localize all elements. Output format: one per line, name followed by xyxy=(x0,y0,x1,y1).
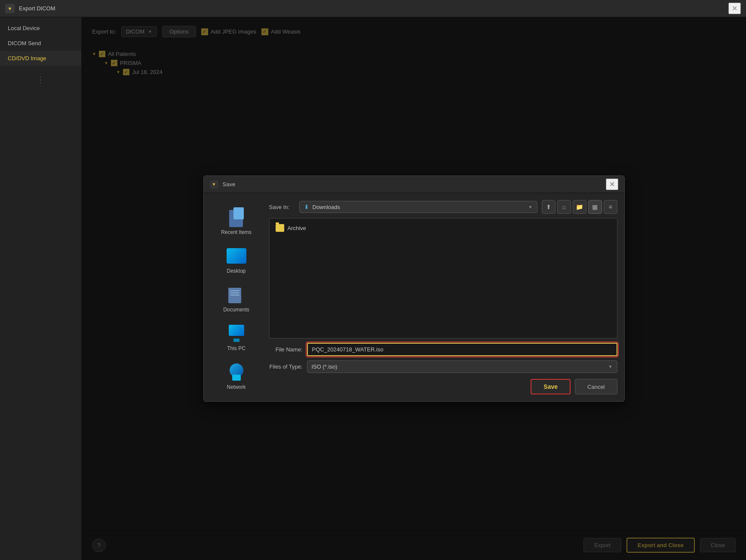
file-type-arrow-icon: ▼ xyxy=(608,364,613,369)
file-type-value: ISO (*.iso) xyxy=(312,363,608,370)
save-in-dropdown[interactable]: ⬇ Downloads ▼ xyxy=(299,201,537,213)
file-name-label: File Name: xyxy=(269,346,303,353)
desktop-icon xyxy=(226,246,247,266)
dialog-title-bar: ▼ Save ✕ xyxy=(204,176,624,193)
nav-label-recent-items: Recent Items xyxy=(221,229,252,235)
sidebar-item-cd-dvd-image[interactable]: CD/DVD Image xyxy=(0,51,81,66)
dialog-close-button[interactable]: ✕ xyxy=(606,178,618,190)
dialog-title: Save xyxy=(223,181,236,188)
main-title-bar: ▼ Export DICOM ✕ xyxy=(0,0,746,17)
folder-archive-icon xyxy=(276,224,284,232)
dialog-logo: ▼ xyxy=(210,180,218,189)
dialog-right-panel: Save In: ⬇ Downloads ▼ ⬆ ⌂ 📁 ▦ xyxy=(269,200,617,394)
window-close-button[interactable]: ✕ xyxy=(728,3,741,14)
file-name-input[interactable] xyxy=(307,343,617,356)
recent-items-icon xyxy=(226,207,247,228)
nav-item-desktop[interactable]: Desktop xyxy=(211,242,262,277)
file-browser[interactable]: Archive xyxy=(269,218,617,338)
sidebar-item-local-device[interactable]: Local Device xyxy=(0,21,81,36)
recent-items-icon-shape xyxy=(227,207,246,227)
sidebar: Local Device DICOM Send CD/DVD Image ⋮ xyxy=(0,17,82,560)
documents-icon xyxy=(226,284,247,305)
home-button[interactable]: ⌂ xyxy=(557,200,571,214)
save-in-value: Downloads xyxy=(313,204,525,210)
cancel-button[interactable]: Cancel xyxy=(575,379,617,394)
file-type-row: Files of Type: ISO (*.iso) ▼ xyxy=(269,360,617,373)
file-name-row: File Name: xyxy=(269,343,617,356)
new-folder-button[interactable]: 📁 xyxy=(573,200,586,214)
folder-archive[interactable]: Archive xyxy=(273,222,614,234)
download-icon: ⬇ xyxy=(304,203,309,210)
file-type-label: Files of Type: xyxy=(269,363,303,370)
this-pc-icon-shape xyxy=(227,325,246,342)
desktop-icon-shape xyxy=(227,248,246,264)
save-dialog: ▼ Save ✕ xyxy=(203,175,625,402)
nav-item-documents[interactable]: Documents xyxy=(211,281,262,316)
file-toolbar-icons: ⬆ ⌂ 📁 ▦ ≡ xyxy=(542,200,617,214)
save-in-label: Save In: xyxy=(269,204,295,210)
window-title: Export DICOM xyxy=(19,5,55,12)
sidebar-drag-handle[interactable]: ⋮ xyxy=(0,66,81,93)
grid-view-button[interactable]: ▦ xyxy=(588,200,602,214)
dialog-body: Recent Items Desktop xyxy=(204,193,624,401)
nav-item-this-pc[interactable]: This PC xyxy=(211,320,262,355)
folder-archive-label: Archive xyxy=(288,225,306,231)
dialog-buttons: Save Cancel xyxy=(269,377,617,394)
nav-item-network[interactable]: Network xyxy=(211,358,262,394)
content-area: Export to: DICOM ▼ Options ✓ Add JPEG im… xyxy=(82,17,746,560)
navigate-up-button[interactable]: ⬆ xyxy=(542,200,556,214)
dialog-nav: Recent Items Desktop xyxy=(211,200,262,394)
save-in-arrow-icon: ▼ xyxy=(528,205,533,209)
app-logo: ▼ xyxy=(5,4,15,13)
nav-label-documents: Documents xyxy=(223,307,249,313)
sidebar-item-dicom-send[interactable]: DICOM Send xyxy=(0,36,81,51)
dialog-overlay: ▼ Save ✕ xyxy=(82,17,746,560)
network-icon-shape xyxy=(227,363,246,381)
save-in-row: Save In: ⬇ Downloads ▼ ⬆ ⌂ 📁 ▦ xyxy=(269,200,617,214)
nav-label-desktop: Desktop xyxy=(227,268,246,274)
list-view-button[interactable]: ≡ xyxy=(604,200,617,214)
nav-label-this-pc: This PC xyxy=(227,345,246,351)
this-pc-icon xyxy=(226,323,247,344)
network-icon xyxy=(226,362,247,382)
documents-icon-shape xyxy=(227,286,246,303)
nav-item-recent-items[interactable]: Recent Items xyxy=(211,203,262,239)
save-button[interactable]: Save xyxy=(531,379,571,394)
file-type-dropdown[interactable]: ISO (*.iso) ▼ xyxy=(307,360,617,373)
nav-label-network: Network xyxy=(227,384,246,390)
